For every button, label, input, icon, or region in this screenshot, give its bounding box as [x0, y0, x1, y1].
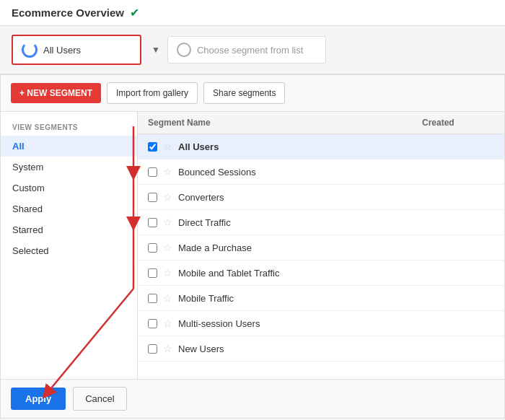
row-segment-name: Multi-session Users — [178, 318, 494, 329]
star-icon[interactable]: ☆ — [163, 242, 172, 253]
verified-icon: ✔ — [130, 6, 139, 19]
sidebar-item-all[interactable]: All — [1, 136, 137, 157]
segment-spinner-icon — [22, 42, 38, 58]
row-segment-name: Made a Purchase — [178, 242, 494, 253]
table-row[interactable]: ☆ Made a Purchase — [138, 235, 504, 261]
sidebar-item-custom[interactable]: Custom — [1, 178, 137, 198]
segments-panel: + NEW SEGMENT Import from gallery Share … — [0, 74, 505, 419]
row-checkbox[interactable] — [148, 268, 157, 278]
segment-list: Segment Name Created ☆ All Users ☆ Bounc… — [138, 112, 504, 379]
segment-selector-2[interactable]: Choose segment from list — [167, 36, 326, 64]
star-icon[interactable]: ☆ — [163, 141, 172, 152]
star-icon[interactable]: ☆ — [163, 166, 172, 178]
star-icon[interactable]: ☆ — [163, 318, 172, 329]
table-row[interactable]: ☆ Bounced Sessions — [138, 159, 504, 185]
star-icon[interactable]: ☆ — [163, 191, 172, 203]
import-gallery-button[interactable]: Import from gallery — [107, 82, 198, 104]
row-segment-name: Bounced Sessions — [178, 167, 494, 178]
apply-button[interactable]: Apply — [11, 388, 66, 410]
segment-selectors: All Users ▼ Choose segment from list — [0, 26, 505, 74]
sidebar-item-shared[interactable]: Shared — [1, 198, 137, 219]
row-checkbox[interactable] — [148, 218, 157, 227]
segment-1-label: All Users — [43, 45, 81, 56]
dropdown-arrow-icon[interactable]: ▼ — [152, 45, 160, 55]
star-icon[interactable]: ☆ — [163, 343, 172, 354]
row-checkbox[interactable] — [148, 344, 157, 354]
row-segment-name: New Users — [178, 344, 494, 354]
page-wrapper: Ecommerce Overview ✔ All Users ▼ Choose … — [0, 0, 505, 420]
top-bar: Ecommerce Overview ✔ — [0, 0, 505, 26]
sidebar-item-selected[interactable]: Selected — [1, 240, 137, 261]
row-segment-name: All Users — [178, 141, 494, 152]
star-icon[interactable]: ☆ — [163, 267, 172, 279]
panel-toolbar: + NEW SEGMENT Import from gallery Share … — [1, 75, 504, 112]
panel-footer: Apply Cancel — [1, 379, 504, 418]
row-checkbox[interactable] — [148, 167, 157, 177]
column-name-header: Segment Name — [148, 118, 422, 128]
row-checkbox[interactable] — [148, 319, 157, 328]
star-icon[interactable]: ☆ — [163, 292, 172, 304]
sidebar: VIEW SEGMENTS All System Custom Shared S… — [1, 112, 138, 379]
row-checkbox[interactable] — [148, 142, 157, 152]
row-segment-name: Mobile and Tablet Traffic — [178, 268, 494, 279]
new-segment-button[interactable]: + NEW SEGMENT — [11, 83, 101, 103]
table-row[interactable]: ☆ Converters — [138, 185, 504, 210]
segment-selector-1[interactable]: All Users — [12, 35, 141, 65]
row-checkbox[interactable] — [148, 294, 157, 303]
row-segment-name: Mobile Traffic — [178, 293, 494, 304]
panel-body: VIEW SEGMENTS All System Custom Shared S… — [1, 112, 504, 379]
table-row[interactable]: ☆ Mobile Traffic — [138, 286, 504, 311]
sidebar-section-label: VIEW SEGMENTS — [1, 121, 137, 136]
row-segment-name: Direct Traffic — [178, 217, 494, 228]
table-row[interactable]: ☆ Multi-session Users — [138, 311, 504, 336]
table-row[interactable]: ☆ All Users — [138, 134, 504, 159]
star-icon[interactable]: ☆ — [163, 216, 172, 228]
page-title: Ecommerce Overview — [12, 6, 124, 19]
cancel-button[interactable]: Cancel — [73, 387, 126, 411]
table-row[interactable]: ☆ Direct Traffic — [138, 210, 504, 235]
list-header: Segment Name Created — [138, 112, 504, 134]
table-row[interactable]: ☆ Mobile and Tablet Traffic — [138, 261, 504, 286]
segment-empty-icon — [177, 43, 191, 57]
row-segment-name: Converters — [178, 192, 494, 203]
table-row[interactable]: ☆ New Users — [138, 336, 504, 362]
column-created-header: Created — [422, 118, 494, 128]
sidebar-item-system[interactable]: System — [1, 157, 137, 178]
segment-2-label: Choose segment from list — [197, 45, 303, 56]
sidebar-item-starred[interactable]: Starred — [1, 219, 137, 240]
share-segments-button[interactable]: Share segments — [203, 82, 285, 104]
row-checkbox[interactable] — [148, 243, 157, 253]
row-checkbox[interactable] — [148, 193, 157, 202]
